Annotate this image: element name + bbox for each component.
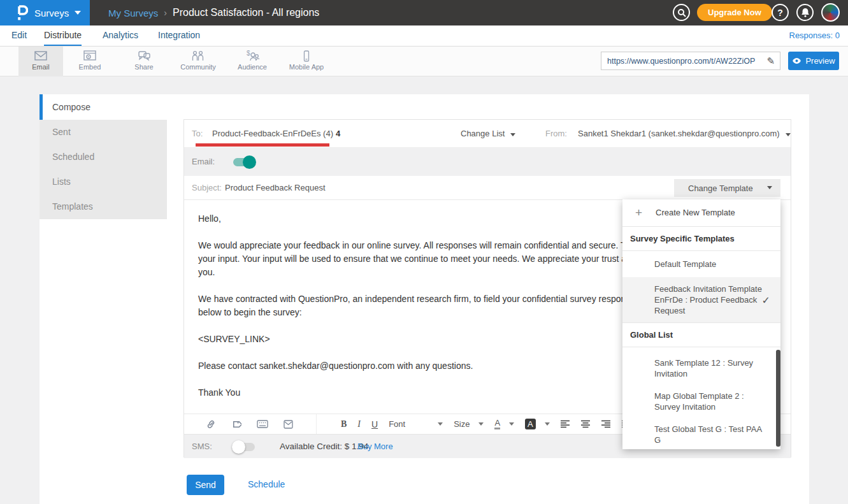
channel-label: Share [134,63,153,71]
text-color-dropdown[interactable]: A [494,419,514,429]
channel-email[interactable]: Email [18,47,63,76]
chevron-down-icon [767,186,772,189]
sidebar-item-sent[interactable]: Sent [40,120,167,145]
italic-button[interactable]: I [357,419,361,429]
channel-mobile-app[interactable]: Mobile App [281,47,332,76]
eye-icon [792,57,801,64]
responses-count[interactable]: Responses: 0 [789,25,840,46]
keyboard-icon[interactable] [257,420,268,428]
chevron-down-icon [75,11,81,15]
survey-title: Product Satisfaction - All regions [173,7,319,18]
selected-template-label: Feedback Invitation Template EnFrDe : Pr… [654,284,762,315]
background-color-dropdown[interactable]: A [525,419,550,429]
tab-distribute[interactable]: Distribute [44,25,82,46]
format-tools: B I U Font Size A A [317,419,673,429]
channel-label: Mobile App [289,63,324,71]
tab-integration[interactable]: Integration [158,25,200,46]
align-left-icon[interactable] [561,420,570,428]
channel-share[interactable]: Share [119,47,169,76]
available-credit: Available Credit: $ 1.94 [280,435,368,459]
help-button[interactable]: ? [772,4,789,21]
font-family-dropdown[interactable]: Font [389,419,443,429]
breadcrumb: My Surveys › Product Satisfaction - All … [108,0,319,25]
search-icon [677,8,686,17]
svg-text:$: $ [247,50,250,57]
channel-label: Audience [238,63,267,71]
subject-row: Subject: Product Feedback Request Change… [184,176,791,200]
channel-community[interactable]: Community [173,47,224,76]
sms-toggle[interactable] [233,443,255,451]
buy-more-link[interactable]: Buy More [357,435,393,459]
schedule-link[interactable]: Schedule [248,479,285,489]
notifications-button[interactable] [796,4,814,21]
align-center-icon[interactable] [581,420,591,428]
share-icon [137,50,151,62]
font-size-dropdown[interactable]: Size [454,419,484,429]
edit-url-icon[interactable]: ✎ [761,55,780,67]
dropdown-scrollbar[interactable] [776,350,780,447]
surveys-menu-label: Surveys [34,8,69,18]
channel-embed[interactable]: Embed [64,47,115,76]
channel-label: Embed [79,63,101,71]
recipient-underline [196,143,329,147]
template-item-default[interactable]: Default Template [622,251,780,277]
recipient-count: 4 [336,129,340,138]
channel-toolbar: Email Embed Share [0,47,848,76]
plus-icon: + [635,199,642,226]
change-template-button[interactable]: Change Template [674,179,780,197]
email-toggle-row: Email: [184,148,791,176]
template-item-selected[interactable]: Feedback Invitation Template EnFrDe : Pr… [622,277,780,322]
sidebar-item-lists[interactable]: Lists [40,169,167,194]
sidebar-item-templates[interactable]: Templates [40,194,167,219]
template-item[interactable]: Test Global Test G : Test PAA G [622,420,780,449]
audience-icon: $ [245,50,260,62]
change-template-label: Change Template [688,184,753,193]
template-item[interactable]: Sank Template 12 : Survey Invitation [622,354,780,387]
insert-tag-icon[interactable] [231,419,241,429]
create-new-template-item[interactable]: + Create New Template [622,199,780,226]
chevron-down-icon [438,422,443,426]
toggle-knob [232,440,245,454]
subject-label: Subject: [192,176,222,200]
bold-button[interactable]: B [341,419,347,429]
change-list-label: Change List [461,129,505,138]
survey-tab-bar: Edit Distribute Analytics Integration Re… [0,25,848,47]
check-icon: ✓ [762,294,770,305]
change-list-button[interactable]: Change List [461,120,515,148]
tab-analytics[interactable]: Analytics [103,25,138,46]
preview-button[interactable]: Preview [788,52,839,70]
embed-icon [83,50,97,62]
survey-url-input[interactable] [601,57,761,66]
insert-link-icon[interactable] [206,419,216,429]
recipients-row: To: Product-Feedback-EnFrDeEs (4)4 Chang… [184,120,791,148]
from-address: Sanket1 Shekdar1 (sanket.shekdar@questio… [578,129,780,138]
chevron-down-icon [545,422,550,426]
sidebar-item-scheduled[interactable]: Scheduled [40,145,167,169]
preview-label: Preview [805,56,835,66]
chevron-down-icon [510,133,515,136]
chevron-down-icon [478,422,484,426]
toggle-knob [243,155,256,169]
tab-edit[interactable]: Edit [11,25,27,46]
align-right-icon[interactable] [601,420,611,428]
from-label: From: [545,120,567,148]
channel-audience[interactable]: $ Audience [227,47,278,76]
chevron-down-icon [786,133,791,136]
send-button[interactable]: Send [187,475,224,495]
breadcrumb-my-surveys[interactable]: My Surveys [108,8,158,18]
channel-label: Community [180,63,216,71]
email-toggle[interactable] [233,158,255,166]
upgrade-now-button[interactable]: Upgrade Now [697,4,772,21]
insert-email-icon[interactable] [284,420,293,429]
community-icon [190,50,206,62]
email-toggle-label: Email: [192,148,215,176]
template-item[interactable]: Map Global Template 2 : Survey Invitatio… [622,387,780,420]
subject-input[interactable]: Product Feedback Request [225,176,326,200]
sidebar-item-compose[interactable]: Compose [40,94,167,120]
search-button[interactable] [673,4,690,21]
mobile-app-icon [299,50,313,62]
surveys-menu[interactable]: Surveys [0,0,90,25]
from-selector[interactable]: Sanket1 Shekdar1 (sanket.shekdar@questio… [578,120,791,148]
avatar[interactable] [821,3,840,22]
underline-button[interactable]: U [371,419,378,429]
